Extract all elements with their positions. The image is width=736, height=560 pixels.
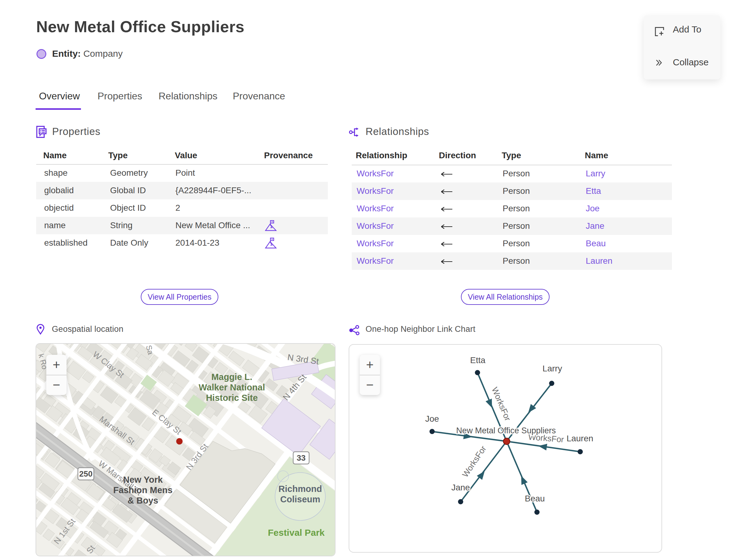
svg-text:Larry: Larry: [542, 364, 562, 373]
svg-text:250: 250: [79, 469, 92, 478]
svg-text:Jane: Jane: [451, 483, 470, 492]
svg-text:Historic Site: Historic Site: [206, 393, 258, 403]
svg-text:Walker National: Walker National: [199, 382, 265, 392]
svg-text:& Boys: & Boys: [128, 496, 158, 505]
svg-text:WorksFor: WorksFor: [461, 444, 488, 479]
svg-text:New Metal Office Suppliers: New Metal Office Suppliers: [456, 426, 556, 435]
svg-text:Coliseum: Coliseum: [280, 494, 320, 504]
svg-text:Maggie L.: Maggie L.: [211, 372, 252, 382]
svg-text:33: 33: [297, 453, 306, 462]
svg-text:Lauren: Lauren: [566, 434, 593, 443]
svg-text:Etta: Etta: [470, 355, 485, 365]
svg-text:Joe: Joe: [425, 414, 439, 424]
svg-text:New York: New York: [123, 475, 163, 485]
svg-text:WorksFor: WorksFor: [490, 386, 512, 422]
svg-text:Richmond: Richmond: [278, 484, 322, 494]
svg-text:Beau: Beau: [525, 494, 545, 503]
svg-text:Fashion Mens: Fashion Mens: [113, 485, 172, 495]
svg-text:Festival Park: Festival Park: [268, 527, 324, 538]
